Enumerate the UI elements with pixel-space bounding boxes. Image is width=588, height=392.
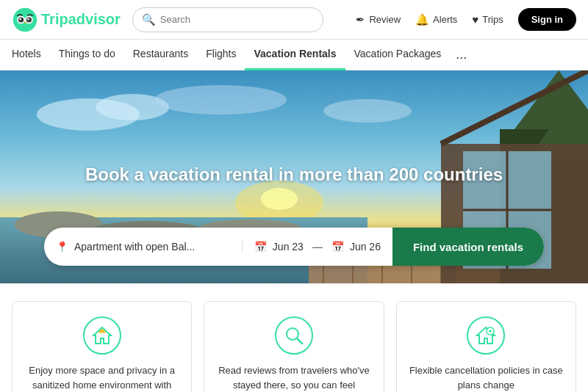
svg-point-5 [19, 18, 21, 20]
svg-point-6 [27, 18, 29, 20]
logo-text: Tripadvisor [41, 11, 121, 28]
trips-label: Trips [482, 14, 503, 25]
logo[interactable]: Tripadvisor [12, 7, 121, 33]
hero-section: Book a vacation rental in more than 200 … [0, 70, 588, 283]
nav-item-vacation-packages[interactable]: Vacation Packages [345, 40, 451, 70]
nav-vacation-packages-label: Vacation Packages [354, 48, 442, 59]
location-value: Apartment with open Bal... [74, 241, 195, 253]
pen-icon: ✒ [356, 13, 365, 26]
svg-point-10 [261, 188, 298, 210]
alerts-link[interactable]: 🔔 Alerts [415, 13, 457, 26]
nav-item-vacation-rentals[interactable]: Vacation Rentals [245, 40, 345, 70]
hero-caption: Book a vacation rental in more than 200 … [85, 164, 503, 185]
find-rentals-button[interactable]: Find vacation rentals [392, 228, 544, 266]
signin-button[interactable]: Sign in [518, 8, 576, 31]
nav-vacation-rentals-label: Vacation Rentals [254, 48, 336, 59]
review-label: Review [369, 14, 401, 25]
feature-text-cancel: Flexible cancellation policies in case p… [409, 363, 564, 392]
nav-things-label: Things to do [59, 48, 115, 59]
date-separator: — [312, 241, 323, 253]
checkin-date: Jun 23 [273, 241, 304, 253]
nav-item-hotels[interactable]: Hotels [12, 40, 50, 70]
checkin-calendar-icon: 📅 [254, 241, 267, 253]
feature-text-reviews: Read reviews from travelers who've staye… [216, 363, 371, 392]
bell-icon: 🔔 [415, 13, 429, 26]
nav-flights-label: Flights [206, 48, 236, 59]
header: Tripadvisor 🔍 ✒ Review 🔔 Alerts ♥ Trips … [0, 0, 588, 40]
alerts-label: Alerts [433, 14, 457, 25]
checkout-date: Jun 26 [350, 241, 381, 253]
cancellation-icon [467, 316, 505, 355]
hero-search-bar: 📍 Apartment with open Bal... 📅 Jun 23 — … [44, 228, 544, 266]
nav-item-things-to-do[interactable]: Things to do [50, 40, 124, 70]
location-field[interactable]: 📍 Apartment with open Bal... [44, 241, 243, 253]
svg-point-13 [154, 85, 287, 115]
feature-card-reviews: Read reviews from travelers who've staye… [204, 301, 384, 392]
svg-line-38 [297, 338, 302, 344]
more-icon: ... [456, 47, 467, 62]
tripadvisor-owl-icon [12, 7, 38, 33]
trips-link[interactable]: ♥ Trips [472, 13, 503, 26]
header-search[interactable]: 🔍 [132, 7, 323, 32]
nav-more-button[interactable]: ... [450, 47, 473, 62]
nav-item-flights[interactable]: Flights [197, 40, 245, 70]
location-pin-icon: 📍 [56, 241, 68, 253]
feature-text-space: Enjoy more space and privacy in a saniti… [24, 363, 179, 392]
search-input[interactable] [160, 14, 314, 25]
svg-point-14 [323, 99, 412, 123]
flexible-home-icon [476, 325, 496, 346]
magnifier-icon [284, 325, 304, 346]
feature-card-space: Enjoy more space and privacy in a saniti… [12, 301, 192, 392]
heart-icon: ♥ [472, 13, 478, 26]
header-actions: ✒ Review 🔔 Alerts ♥ Trips Sign in [356, 8, 576, 31]
checkout-calendar-icon: 📅 [331, 241, 344, 253]
feature-card-cancel: Flexible cancellation policies in case p… [396, 301, 576, 392]
nav-item-restaurants[interactable]: Restaurants [124, 40, 197, 70]
date-range-field[interactable]: 📅 Jun 23 — 📅 Jun 26 [243, 241, 392, 253]
house-icon [92, 325, 112, 346]
nav-restaurants-label: Restaurants [133, 48, 188, 59]
search-icon: 🔍 [142, 13, 156, 26]
review-link[interactable]: ✒ Review [356, 13, 401, 26]
nav-hotels-label: Hotels [12, 48, 41, 59]
features-section: Enjoy more space and privacy in a saniti… [0, 283, 588, 392]
main-nav: Hotels Things to do Restaurants Flights … [0, 40, 588, 70]
home-privacy-icon [83, 316, 121, 355]
review-search-icon [275, 316, 313, 355]
